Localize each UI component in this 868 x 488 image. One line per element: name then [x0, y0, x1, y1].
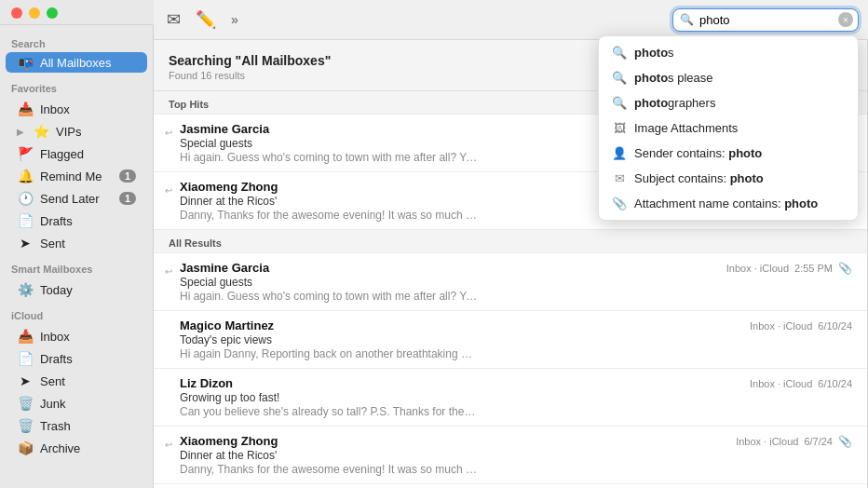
sidebar-item-icloud-archive[interactable]: 📦 Archive — [6, 438, 147, 458]
sidebar-item-label: Inbox — [40, 102, 70, 116]
sidebar-item-icloud-junk[interactable]: 🗑️ Junk — [6, 393, 147, 413]
mail-preview: Hi again. Guess who's coming to town wit… — [180, 290, 478, 303]
sidebar-item-label: Drafts — [40, 352, 73, 366]
sidebar-item-label: Archive — [40, 441, 80, 455]
sidebar-item-icloud-trash[interactable]: 🗑️ Trash — [6, 415, 147, 436]
table-row[interactable]: ↩ Jasmine Garcia Trash · iCloud 6/6/24 — [154, 484, 867, 488]
table-row[interactable]: Magico Martinez Inbox · iCloud 6/10/24 T… — [154, 311, 867, 369]
sidebar-item-label: Send Later — [40, 192, 100, 206]
reply-arrow-icon: ↩ — [165, 128, 172, 138]
search-container: 🔍 × 🔍 photos 🔍 photos please 🔍 photograp… — [672, 8, 859, 32]
minimize-button[interactable] — [29, 7, 40, 19]
mail-item-header: Jasmine Garcia Inbox · iCloud 2:55 PM 📎 — [180, 261, 852, 275]
icloud-label: iCloud — [0, 301, 153, 325]
sidebar-item-label: Today — [40, 283, 73, 297]
sidebar-item-all-mailboxes[interactable]: 📭 All Mailboxes — [6, 52, 147, 73]
sidebar-item-label: All Mailboxes — [40, 56, 112, 70]
mail-time: 6/10/24 — [818, 378, 852, 389]
autocomplete-text: Image Attachments — [634, 121, 738, 135]
reply-arrow-icon: ↩ — [165, 185, 172, 196]
mail-sender: Xiaomeng Zhong — [180, 434, 278, 448]
icloud-archive-icon: 📦 — [17, 441, 34, 455]
attachment-icon: 📎 — [612, 197, 627, 210]
mail-meta: Inbox · iCloud 6/10/24 — [750, 378, 852, 389]
mail-sender: Jasmine Garcia — [180, 122, 269, 136]
attachment-icon: 📎 — [838, 262, 852, 275]
sidebar-item-flagged[interactable]: 🚩 Flagged — [6, 143, 147, 164]
sidebar-item-inbox[interactable]: 📥 Inbox — [6, 99, 147, 119]
send-later-icon: 🕐 — [17, 191, 34, 206]
sidebar-item-label: Sent — [40, 237, 65, 251]
mail-sender: Xiaomeng Zhong — [180, 180, 278, 194]
mail-location: Inbox · iCloud — [736, 436, 798, 447]
autocomplete-item-subject-contains[interactable]: ✉ Subject contains: photo — [599, 166, 858, 191]
remind-me-icon: 🔔 — [17, 169, 34, 183]
sidebar-item-vips[interactable]: ▶ ⭐ VIPs — [6, 121, 147, 142]
sidebar-item-drafts[interactable]: 📄 Drafts — [6, 210, 147, 231]
sidebar-item-sent[interactable]: ➤ Sent — [6, 233, 147, 253]
drafts-icon: 📄 — [17, 213, 34, 228]
table-row[interactable]: ↩ Xiaomeng Zhong Inbox · iCloud 6/7/24 📎… — [154, 427, 867, 484]
mail-preview: Danny, Thanks for the awesome evening! I… — [180, 209, 478, 222]
icloud-sent-icon: ➤ — [17, 373, 34, 388]
sidebar-item-label: Junk — [40, 397, 65, 411]
attachment-icon: 📎 — [838, 435, 852, 448]
autocomplete-item-photos[interactable]: 🔍 photos — [599, 40, 858, 65]
mail-preview: Hi again Danny, Reporting back on anothe… — [180, 347, 478, 360]
mail-location: Inbox · iCloud — [726, 263, 789, 274]
maximize-button[interactable] — [47, 7, 58, 19]
sidebar-item-icloud-sent[interactable]: ➤ Sent — [6, 371, 147, 391]
autocomplete-text: Subject contains: photo — [634, 171, 764, 185]
all-mailboxes-icon: 📭 — [17, 55, 34, 70]
sidebar-item-icloud-inbox[interactable]: 📥 Inbox — [6, 326, 147, 346]
icloud-drafts-icon: 📄 — [17, 351, 34, 366]
sidebar-item-icloud-drafts[interactable]: 📄 Drafts — [6, 348, 147, 369]
mail-time: 2:55 PM — [794, 263, 833, 274]
mail-meta: Inbox · iCloud 6/10/24 — [750, 320, 852, 332]
flagged-icon: 🚩 — [17, 146, 34, 161]
sidebar-item-label: VIPs — [56, 125, 81, 139]
new-message-button[interactable]: ✉ — [163, 6, 184, 34]
sidebar-item-label: Trash — [40, 419, 71, 433]
favorites-label: Favorites — [0, 74, 153, 98]
autocomplete-text: photos please — [634, 71, 713, 85]
icloud-junk-icon: 🗑️ — [17, 396, 34, 411]
image-attachments-icon: 🖼 — [612, 121, 627, 135]
remind-me-badge: 1 — [119, 169, 136, 183]
mail-sender: Magico Martinez — [180, 319, 274, 332]
mail-preview: Hi again. Guess who's coming to town wit… — [180, 151, 478, 164]
all-results-label: All Results — [154, 230, 867, 253]
forward-button[interactable]: » — [227, 8, 242, 31]
mail-item-header: Magico Martinez Inbox · iCloud 6/10/24 — [180, 319, 852, 332]
today-icon: ⚙️ — [17, 282, 34, 297]
sidebar-search-label: Search — [0, 33, 153, 51]
subject-icon: ✉ — [612, 171, 627, 185]
icloud-inbox-icon: 📥 — [17, 329, 34, 344]
autocomplete-item-photographers[interactable]: 🔍 photographers — [599, 90, 858, 115]
table-row[interactable]: Liz Dizon Inbox · iCloud 6/10/24 Growing… — [154, 369, 867, 427]
sidebar-item-send-later[interactable]: 🕐 Send Later 1 — [6, 188, 147, 209]
mail-subject: Growing up too fast! — [180, 391, 852, 404]
close-button[interactable] — [11, 7, 22, 19]
sent-icon: ➤ — [17, 236, 34, 251]
search-suggestion-icon: 🔍 — [612, 46, 627, 60]
mail-location: Inbox · iCloud — [750, 320, 812, 332]
autocomplete-item-image-attachments[interactable]: 🖼 Image Attachments — [599, 115, 858, 141]
mail-sender: Jasmine Garcia — [180, 261, 269, 275]
mail-item-header: Liz Dizon Inbox · iCloud 6/10/24 — [180, 376, 852, 390]
sidebar-item-label: Sent — [40, 374, 65, 388]
autocomplete-item-sender-contains[interactable]: 👤 Sender contains: photo — [599, 141, 858, 166]
mail-sender: Liz Dizon — [180, 376, 233, 390]
search-input[interactable] — [672, 8, 859, 32]
search-clear-button[interactable]: × — [838, 12, 853, 27]
mail-subject: Dinner at the Ricos' — [180, 449, 852, 462]
compose-button[interactable]: ✏️ — [192, 6, 220, 34]
mail-preview: Can you believe she's already so tall? P… — [180, 405, 478, 418]
table-row[interactable]: ↩ Jasmine Garcia Inbox · iCloud 2:55 PM … — [154, 253, 867, 311]
sidebar-item-remind-me[interactable]: 🔔 Remind Me 1 — [6, 166, 147, 186]
mail-subject: Special guests — [180, 276, 852, 289]
sidebar-item-today[interactable]: ⚙️ Today — [6, 279, 147, 300]
autocomplete-item-attachment-name[interactable]: 📎 Attachment name contains: photo — [599, 191, 858, 216]
autocomplete-item-photos-please[interactable]: 🔍 photos please — [599, 65, 858, 90]
autocomplete-text: Attachment name contains: photo — [634, 197, 818, 210]
